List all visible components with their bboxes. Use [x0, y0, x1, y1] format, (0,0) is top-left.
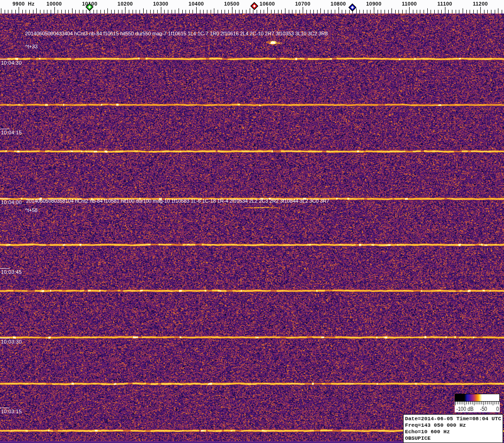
svg-text:10600: 10600 — [259, 1, 275, 7]
svg-text:10400: 10400 — [189, 1, 204, 7]
svg-text:0: 0 — [496, 405, 499, 412]
svg-text:9900: 9900 — [13, 1, 25, 7]
svg-text:10900: 10900 — [366, 1, 381, 7]
svg-text:10300: 10300 — [153, 1, 168, 7]
svg-text:10000: 10000 — [46, 1, 62, 7]
svg-text:-100 dB: -100 dB — [456, 405, 473, 412]
svg-text:10800: 10800 — [331, 1, 346, 7]
svg-text:11200: 11200 — [473, 1, 488, 7]
svg-text:10200: 10200 — [118, 1, 133, 7]
svg-text:11100: 11100 — [438, 1, 452, 7]
svg-text:10500: 10500 — [224, 1, 239, 7]
svg-text:Hz: Hz — [28, 1, 34, 7]
svg-text:10700: 10700 — [295, 1, 311, 7]
svg-text:-50: -50 — [480, 405, 487, 412]
svg-text:11000: 11000 — [402, 1, 417, 7]
